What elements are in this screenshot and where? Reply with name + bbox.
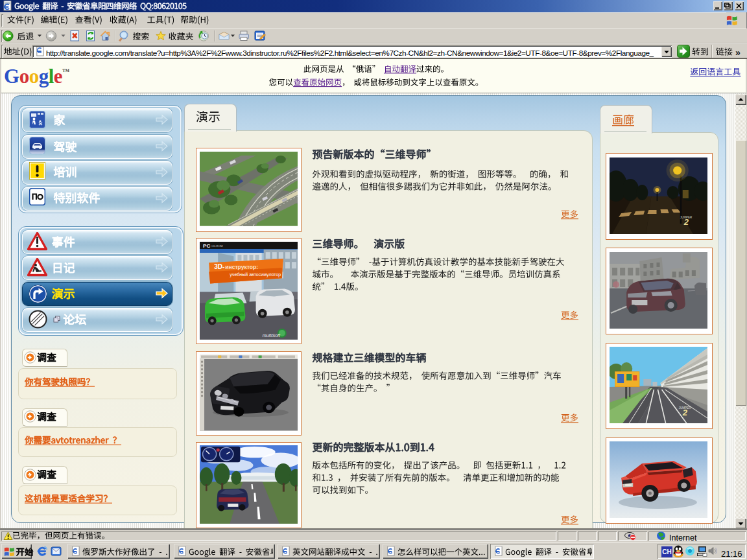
svg-text:учебный автосимулятор: учебный автосимулятор (230, 272, 281, 277)
svg-text:JUMPER: JUMPER (680, 216, 693, 219)
svg-text:инструктор:: инструктор: (225, 264, 258, 270)
svg-text:3D-: 3D- (214, 263, 224, 270)
svg-text:multiSoft: multiSoft (262, 333, 280, 338)
svg-text:CD-ROM: CD-ROM (211, 244, 223, 248)
svg-text:PC: PC (203, 242, 210, 248)
svg-text:JUMPER: JUMPER (679, 406, 691, 410)
